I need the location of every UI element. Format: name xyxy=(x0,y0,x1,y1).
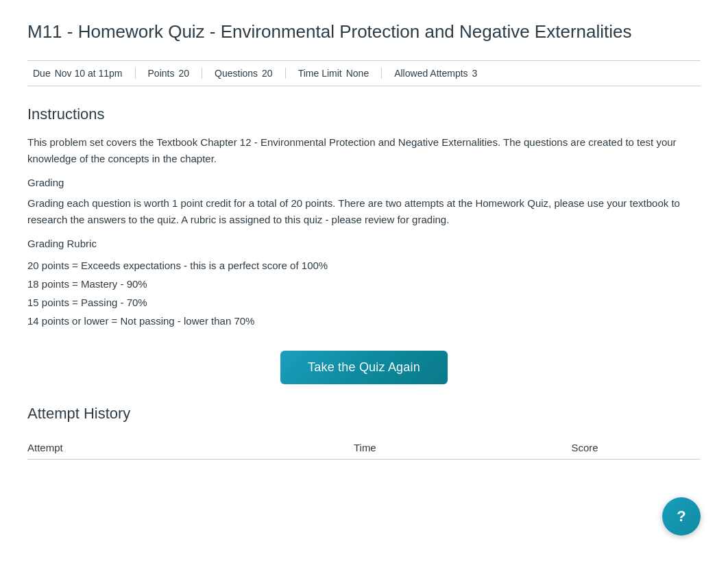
rubric-heading: Grading Rubric xyxy=(27,238,701,249)
due-value: Nov 10 at 11pm xyxy=(55,68,123,79)
points-value: 20 xyxy=(178,68,189,79)
due-label: Due xyxy=(33,68,51,79)
col-attempt: Attempt xyxy=(27,436,261,460)
allowed-attempts-value: 3 xyxy=(472,68,478,79)
col-score: Score xyxy=(469,436,701,460)
meta-points: Points 20 xyxy=(136,68,203,79)
attempt-history-section: Attempt History Attempt Time Score xyxy=(27,405,701,460)
questions-label: Questions xyxy=(215,68,258,79)
quiz-title: M11 - Homework Quiz - Environmental Prot… xyxy=(27,21,701,44)
fab-icon: ? xyxy=(677,508,685,525)
rubric-item-1: 18 points = Mastery - 90% xyxy=(27,275,701,293)
attempt-table: Attempt Time Score xyxy=(27,436,701,460)
take-quiz-button[interactable]: Take the Quiz Again xyxy=(280,351,448,384)
meta-due: Due Nov 10 at 11pm xyxy=(27,68,136,79)
instructions-section: Instructions This problem set covers the… xyxy=(27,105,701,330)
instructions-paragraph1: This problem set covers the Textbook Cha… xyxy=(27,134,701,167)
points-label: Points xyxy=(148,68,175,79)
attempt-history-heading: Attempt History xyxy=(27,405,701,423)
meta-bar: Due Nov 10 at 11pm Points 20 Questions 2… xyxy=(27,60,701,86)
meta-allowed-attempts: Allowed Attempts 3 xyxy=(382,68,489,79)
time-limit-label: Time Limit xyxy=(298,68,342,79)
grading-desc: Grading each question is worth 1 point c… xyxy=(27,195,701,228)
take-quiz-container: Take the Quiz Again xyxy=(27,351,701,384)
meta-time-limit: Time Limit None xyxy=(286,68,383,79)
rubric-item-0: 20 points = Exceeds expectations - this … xyxy=(27,256,701,275)
meta-questions: Questions 20 xyxy=(202,68,286,79)
rubric-item-3: 14 points or lower = Not passing - lower… xyxy=(27,312,701,330)
rubric-items: 20 points = Exceeds expectations - this … xyxy=(27,256,701,330)
grading-heading: Grading xyxy=(27,177,701,188)
rubric-item-2: 15 points = Passing - 70% xyxy=(27,293,701,312)
time-limit-value: None xyxy=(346,68,369,79)
page-container: M11 - Homework Quiz - Environmental Prot… xyxy=(0,0,728,487)
questions-value: 20 xyxy=(262,68,273,79)
col-time: Time xyxy=(261,436,470,460)
fab-button[interactable]: ? xyxy=(662,497,701,536)
instructions-heading: Instructions xyxy=(27,105,701,123)
allowed-attempts-label: Allowed Attempts xyxy=(394,68,468,79)
